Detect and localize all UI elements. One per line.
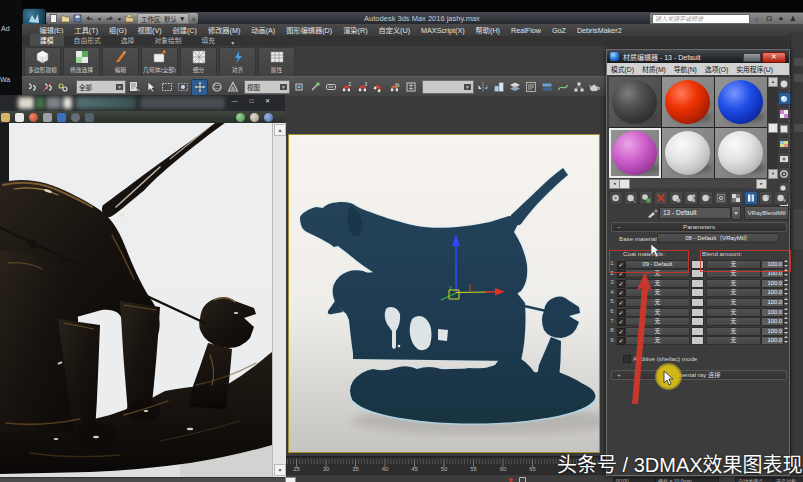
viewer-pause-icon[interactable] (250, 113, 259, 122)
window-crossing-icon[interactable] (175, 80, 190, 95)
selection-filter-dropdown[interactable]: 全部▼ (76, 80, 126, 94)
select-manipulate-icon[interactable] (307, 80, 322, 95)
ribbon-toggle-icon[interactable] (539, 80, 554, 95)
scroll-down-icon[interactable]: ▼ (274, 464, 286, 476)
scene-explorer-icon[interactable] (523, 80, 538, 95)
spinner-down-icon[interactable] (784, 303, 788, 305)
dog-sculpture-silhouette[interactable] (300, 168, 596, 424)
viewer-close-button[interactable]: ✕ (262, 97, 273, 105)
mini-listener[interactable] (285, 477, 296, 482)
slots-scroll-thumb[interactable] (768, 123, 778, 133)
blend-map-button[interactable]: 无 (706, 327, 761, 336)
menu-item-9[interactable]: 自定义(U) (373, 25, 416, 35)
viewer-slideshow-icon[interactable] (57, 113, 66, 122)
ribbon-panel-3[interactable]: 几何体(全部) (141, 47, 178, 77)
viewer-scrollbar[interactable]: ▲ ▼ (272, 123, 286, 477)
put-material-to-scene-icon[interactable] (624, 191, 638, 205)
video-color-check-icon[interactable] (778, 137, 791, 150)
slots-scroll-up-icon[interactable]: ▲ (768, 77, 778, 87)
sample-slot-4[interactable] (609, 128, 661, 178)
blend-map-button[interactable]: 无 (706, 317, 761, 326)
sample-slot-2[interactable] (662, 77, 714, 127)
reference-coordinate-dropdown[interactable]: 视图▼ (244, 80, 290, 94)
render-setup-icon[interactable] (587, 80, 602, 95)
blend-map-button[interactable]: 无 (706, 298, 761, 307)
coat-color-swatch[interactable] (691, 288, 704, 297)
spinner-down-icon[interactable] (784, 341, 788, 343)
options-icon[interactable] (778, 167, 791, 180)
menu-item-14[interactable]: DebrisMaker2 (571, 26, 627, 35)
viewer-moon-icon[interactable] (71, 113, 80, 122)
menu-item-8[interactable]: 渲染(R) (338, 25, 373, 35)
blend-amount-spinner[interactable] (784, 308, 788, 315)
parameters-rollout-header[interactable]: − Parameters (611, 222, 787, 232)
mat-menu-item-1[interactable]: 材质(M) (638, 64, 670, 74)
blend-amount-field[interactable]: 100.0 (761, 308, 784, 317)
ribbon-collapse-caret-icon[interactable]: ▾ (231, 39, 234, 46)
workspace-selector[interactable]: 工作区: 默认 ▼ (137, 13, 190, 24)
snap-toggle-2d-icon[interactable]: 2 (339, 80, 354, 95)
redo-dropdown-caret[interactable]: ▼ (117, 16, 122, 22)
ribbon-panel-0[interactable]: 多边形建模 (24, 47, 61, 77)
blend-amount-field[interactable]: 100.0 (761, 279, 784, 288)
mat-menu-item-3[interactable]: 选项(O) (701, 64, 732, 74)
show-map-in-viewport-icon[interactable] (729, 191, 743, 205)
spinner-down-icon[interactable] (784, 293, 788, 295)
viewer-edit-icon[interactable] (43, 113, 52, 122)
redo-icon[interactable] (105, 14, 114, 23)
menu-item-10[interactable]: MAXScript(X) (416, 26, 471, 35)
viewer-prev-icon[interactable] (236, 113, 245, 122)
favorites-star-icon[interactable]: ★ (776, 14, 786, 24)
material-name-caret-icon[interactable]: ▼ (731, 206, 741, 220)
blend-amount-spinner[interactable] (784, 279, 788, 286)
spinner-down-icon[interactable] (784, 274, 788, 276)
pick-material-eyedropper-icon[interactable] (647, 207, 659, 218)
spinner-up-icon[interactable] (784, 279, 788, 281)
bind-spacewarp-icon[interactable] (55, 80, 70, 95)
blend-amount-spinner[interactable] (784, 336, 788, 343)
go-forward-sibling-icon[interactable] (774, 191, 788, 205)
search-binoculars-icon[interactable]: ⌕ (752, 14, 762, 24)
unlink-icon[interactable] (39, 80, 54, 95)
undo-icon[interactable] (85, 14, 94, 23)
select-scale-icon[interactable] (225, 80, 240, 95)
blend-amount-field[interactable]: 100.0 (761, 298, 784, 307)
assign-material-to-selection-icon[interactable] (639, 191, 653, 205)
sample-slot-3[interactable] (715, 77, 767, 127)
sample-slot-5[interactable] (662, 128, 714, 178)
menu-item-6[interactable]: 动画(A) (246, 25, 281, 35)
schematic-view-icon[interactable] (571, 80, 586, 95)
undo-dropdown-caret[interactable]: ▼ (97, 16, 102, 22)
scroll-up-icon[interactable]: ▲ (274, 124, 286, 136)
sample-slot-1[interactable] (609, 77, 661, 127)
percent-snap-icon[interactable]: % (387, 80, 402, 95)
spinner-snap-icon[interactable] (403, 80, 418, 95)
coat-color-swatch[interactable] (691, 317, 704, 326)
select-rotate-icon[interactable] (209, 80, 224, 95)
material-editor-close-button[interactable]: ✕ (762, 52, 786, 63)
blend-amount-field[interactable]: 100.0 (761, 336, 784, 345)
blend-amount-field[interactable]: 100.0 (761, 288, 784, 297)
spinner-up-icon[interactable] (784, 288, 788, 290)
spinner-down-icon[interactable] (784, 284, 788, 286)
named-selection-dropdown[interactable]: ▼ (422, 80, 474, 94)
viewport-canvas[interactable]: y (288, 134, 600, 453)
viewer-folder-icon[interactable] (1, 113, 10, 122)
ribbon-panel-2[interactable]: 编辑 (102, 47, 139, 77)
coat-color-swatch[interactable] (691, 279, 704, 288)
viewer-screen-icon[interactable] (85, 113, 94, 122)
rectangular-region-icon[interactable] (159, 80, 174, 95)
select-link-icon[interactable] (23, 80, 38, 95)
ribbon-tab-0[interactable]: 建模 (30, 34, 64, 46)
sign-in-user-icon[interactable]: ♟ (788, 14, 798, 24)
blend-amount-field[interactable]: 100.0 (761, 327, 784, 336)
ribbon-panel-1[interactable]: 修改选择 (63, 47, 100, 77)
save-icon[interactable] (73, 14, 82, 23)
communication-center-icon[interactable]: ☊ (764, 14, 774, 24)
curve-editor-icon[interactable] (555, 80, 570, 95)
ribbon-panel-5[interactable]: 对齐 (219, 47, 256, 77)
blend-map-button[interactable]: 无 (706, 336, 761, 345)
keyboard-override-icon[interactable] (323, 80, 338, 95)
viewer-minimize-button[interactable]: — (229, 97, 240, 105)
project-folder-icon[interactable] (125, 14, 134, 23)
